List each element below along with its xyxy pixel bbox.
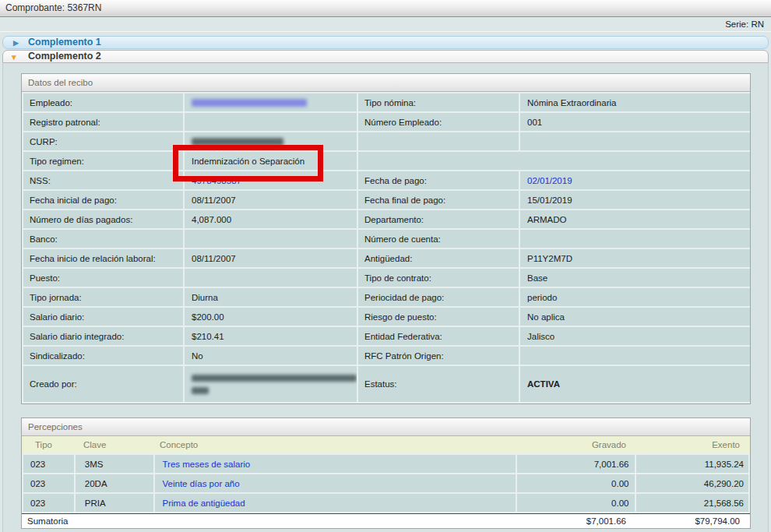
accordion-item-complemento-2[interactable]: ▾ Complemento 2 — [2, 50, 769, 63]
field-label-fecha-de-pago: Fecha de pago: — [358, 171, 519, 189]
field-label-tipo-jornada: Tipo jornada: — [23, 288, 183, 306]
percepciones-panel: Percepciones Tipo Clave Concepto Gravado… — [21, 417, 751, 529]
field-label-fecha-inicial: Fecha inicial de pago: — [23, 191, 183, 209]
complemento-2-content: Datos del recibo Empleado: Tipo nómina: … — [2, 63, 769, 532]
cell-exento: 46,290.20 — [636, 474, 748, 492]
field-value-blank-merged — [358, 152, 750, 170]
field-value-salario-diario: $200.00 — [185, 308, 357, 326]
concepto-link[interactable]: Prima de antigüedad — [155, 494, 516, 512]
cell-exento: 21,568.56 — [636, 494, 748, 512]
table-row: 023 PRIA Prima de antigüedad 0.00 21,568… — [22, 494, 750, 512]
table-header-row: Tipo Clave Concepto Gravado Exento — [22, 436, 750, 455]
field-label-departamento: Departamento: — [358, 210, 519, 228]
serie-label: Serie: RN — [0, 18, 771, 32]
field-label-inicio-relacion: Fecha inicio de relación laboral: — [23, 249, 183, 267]
panel-title: Datos del recibo — [22, 74, 750, 92]
field-value-sindicalizado: No — [185, 347, 357, 365]
cell-gravado: 7,001.66 — [517, 455, 635, 473]
field-label-curp: CURP: — [23, 132, 183, 150]
field-value-tipo-contrato: Base — [520, 269, 750, 287]
panel-title: Percepciones — [22, 418, 750, 436]
field-label-periocidad: Periocidad de pago: — [358, 288, 519, 306]
field-value-creado-por — [185, 366, 357, 402]
datos-del-recibo-panel: Datos del recibo Empleado: Tipo nómina: … — [21, 73, 751, 404]
field-label-blank — [358, 132, 519, 150]
column-header-tipo: Tipo — [23, 436, 74, 453]
cell-clave: 20DA — [76, 474, 153, 492]
redacted-value — [192, 138, 283, 146]
fecha-de-pago-link[interactable]: 02/01/2019 — [520, 171, 750, 189]
field-value-numero-empleado: 001 — [520, 113, 750, 131]
field-label-sdi: Salario diario integrado: — [23, 327, 183, 345]
redacted-value — [192, 99, 307, 107]
field-label-puesto: Puesto: — [23, 269, 183, 287]
field-label-sindicalizado: Sindicalizado: — [23, 347, 183, 365]
concepto-link[interactable]: Veinte días por año — [155, 474, 516, 492]
window-title: Comprobante: 5367RN — [0, 0, 771, 17]
field-label-creado-por: Creado por: — [23, 366, 183, 402]
field-value-tipo-nomina: Nómina Extraordinaria — [520, 93, 750, 111]
cell-exento: 11,935.24 — [636, 455, 748, 473]
field-value-sdi: $210.41 — [185, 327, 357, 345]
cell-clave: 3MS — [76, 455, 153, 473]
accordion-label: Complemento 1 — [28, 37, 101, 48]
field-label-empleado: Empleado: — [23, 93, 183, 111]
field-label-riesgo-puesto: Riesgo de puesto: — [358, 308, 519, 326]
chevron-down-icon: ▾ — [12, 51, 21, 63]
highlight-rectangle — [173, 145, 323, 181]
field-value-puesto — [185, 269, 357, 287]
cell-gravado: 0.00 — [517, 494, 635, 512]
table-row: 023 3MS Tres meses de salario 7,001.66 1… — [22, 455, 750, 473]
cell-clave: PRIA — [76, 494, 153, 512]
field-label-registro-patronal: Registro patronal: — [23, 113, 183, 131]
column-header-concepto: Concepto — [152, 436, 514, 453]
field-value-periocidad: periodo — [520, 288, 750, 306]
sumatoria-label: Sumatoria — [23, 514, 514, 528]
field-value-dias-pagados: 4,087.000 — [185, 210, 357, 228]
column-header-exento: Exento — [632, 436, 745, 453]
field-label-antiguedad: Antigüedad: — [358, 249, 519, 267]
field-value-banco — [185, 230, 357, 248]
table-row: 023 20DA Veinte días por año 0.00 46,290… — [22, 474, 750, 492]
field-label-tipo-contrato: Tipo de contrato: — [358, 269, 519, 287]
field-label-salario-diario: Salario diario: — [23, 308, 183, 326]
chevron-right-icon: ▶ — [13, 37, 23, 49]
redacted-value — [192, 375, 357, 394]
field-value-riesgo-puesto: No aplica — [520, 308, 750, 326]
field-label-tipo-nomina: Tipo nómina: — [358, 93, 519, 111]
cell-tipo: 023 — [23, 455, 74, 473]
field-value-antiguedad: P11Y2M7D — [520, 249, 750, 267]
field-grid: Empleado: Tipo nómina: Nómina Extraordin… — [22, 92, 750, 403]
field-value-numero-cuenta — [520, 230, 750, 248]
field-value-blank — [520, 132, 750, 150]
field-label-rfc-patron: RFC Patrón Origen: — [358, 347, 519, 365]
field-value-tipo-jornada: Diurna — [185, 288, 357, 306]
field-label-nss: NSS: — [23, 171, 183, 189]
employee-link[interactable] — [185, 93, 357, 111]
sumatoria-gravado: $7,001.66 — [514, 514, 632, 528]
concepto-link[interactable]: Tres meses de salario — [155, 455, 516, 473]
table-footer-row: Sumatoria $7,001.66 $79,794.00 — [22, 513, 750, 528]
field-label-estatus: Estatus: — [358, 366, 519, 402]
field-value-entidad-federativa: Jalisco — [520, 327, 750, 345]
field-value-fecha-inicial: 08/11/2007 — [185, 191, 357, 209]
field-label-dias-pagados: Número de días pagados: — [23, 210, 183, 228]
sumatoria-exento: $79,794.00 — [632, 514, 745, 528]
accordion-label: Complemento 2 — [28, 51, 101, 62]
field-value-fecha-final: 15/01/2019 — [520, 191, 750, 209]
cell-tipo: 023 — [23, 474, 74, 492]
status-value: ACTIVA — [520, 366, 750, 402]
field-value-rfc-patron — [520, 347, 750, 365]
cell-tipo: 023 — [23, 494, 74, 512]
field-label-numero-empleado: Número Empleado: — [358, 113, 519, 131]
field-label-fecha-final: Fecha final de pago: — [358, 191, 519, 209]
field-label-banco: Banco: — [23, 230, 183, 248]
field-value-registro-patronal — [185, 113, 357, 131]
column-header-clave: Clave — [74, 436, 152, 453]
field-label-numero-cuenta: Número de cuenta: — [358, 230, 519, 248]
field-value-departamento: ARMADO — [520, 210, 750, 228]
accordion-item-complemento-1[interactable]: ▶ Complemento 1 — [2, 36, 769, 49]
field-label-tipo-regimen: Tipo regimen: — [23, 152, 183, 170]
field-label-entidad-federativa: Entidad Federativa: — [358, 327, 519, 345]
cell-gravado: 0.00 — [517, 474, 635, 492]
